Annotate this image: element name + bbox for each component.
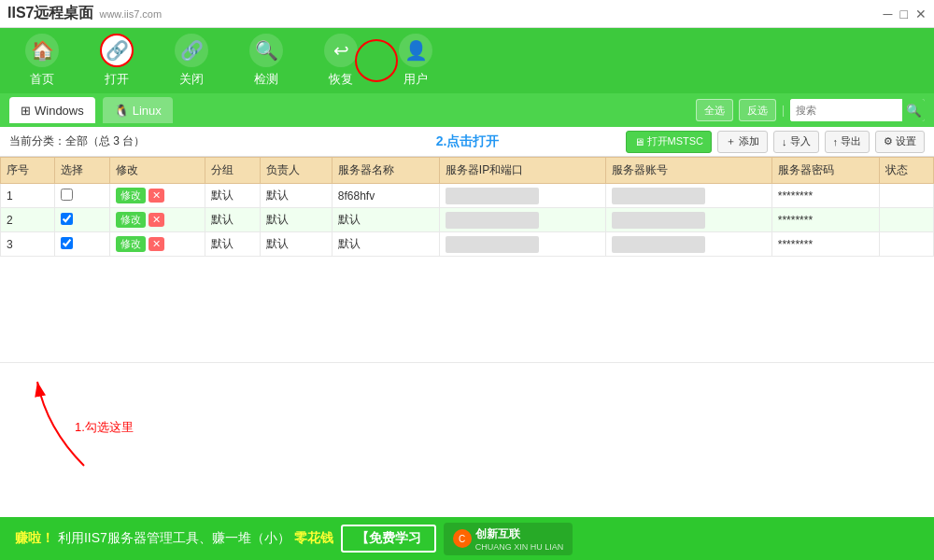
search-button[interactable]: 🔍: [902, 99, 925, 121]
col-edit: 修改: [109, 158, 205, 184]
nav-label-detect: 检测: [254, 71, 278, 88]
select-all-button[interactable]: 全选: [696, 99, 733, 121]
app-subtitle: www.iis7.com: [99, 8, 162, 20]
edit-button[interactable]: 修改: [116, 188, 146, 203]
table-container: 序号 选择 修改 分组 负责人 服务器名称 服务器IP和端口 服务器账号 服务器…: [0, 157, 934, 362]
app-title: IIS7远程桌面: [7, 4, 93, 23]
hint-text: 2.点击打开: [318, 133, 618, 150]
server-table: 序号 选择 修改 分组 负责人 服务器名称 服务器IP和端口 服务器账号 服务器…: [0, 157, 934, 257]
titlebar: IIS7远程桌面 www.iis7.com ─ □ ✕: [0, 0, 934, 28]
col-select: 选择: [55, 158, 109, 184]
col-owner: 负责人: [260, 158, 332, 184]
cell-name: 默认: [332, 208, 439, 232]
mstsc-icon: 🖥: [634, 136, 644, 147]
cell-password: ********: [771, 184, 879, 208]
col-ip: 服务器IP和端口: [439, 158, 605, 184]
close-button[interactable]: ✕: [915, 7, 927, 21]
nav-item-user[interactable]: 👤 用户: [392, 34, 439, 88]
cell-edit: 修改 ✕: [109, 232, 205, 257]
cell-account: [605, 208, 771, 232]
subtoolbar: 当前分类：全部（总 3 台） 2.点击打开 🖥 打开MSTSC ＋ 添加 ↓ 导…: [0, 127, 934, 157]
tab-windows[interactable]: ⊞ Windows: [9, 97, 95, 123]
nav-item-close[interactable]: 🔗 关闭: [168, 34, 215, 88]
windows-icon: ⊞: [21, 104, 31, 118]
cell-account: [605, 232, 771, 257]
invert-button[interactable]: 反选: [739, 99, 776, 121]
free-learn-button[interactable]: 【免费学习: [341, 525, 436, 553]
import-button[interactable]: ↓ 导入: [773, 131, 819, 153]
nav-label-open: 打开: [105, 71, 129, 88]
nav-label-home: 首页: [30, 71, 54, 88]
annotation-text: 1.勾选这里: [75, 419, 134, 493]
subtoolbar-left: 当前分类：全部（总 3 台）: [9, 133, 310, 149]
cell-seq: 2: [1, 208, 55, 232]
ad-body: 利用IIS7服务器管理工具、赚一堆（小）: [58, 530, 290, 545]
cell-status: [879, 184, 933, 208]
delete-button[interactable]: ✕: [149, 189, 164, 203]
restore-icon: ↩: [324, 34, 358, 67]
titlebar-controls: ─ □ ✕: [884, 7, 927, 21]
brand-sub: CHUANG XIN HU LIAN: [475, 542, 564, 552]
cell-checkbox[interactable]: [55, 232, 109, 257]
add-icon: ＋: [726, 134, 736, 148]
cell-edit: 修改 ✕: [109, 184, 205, 208]
cell-checkbox[interactable]: [55, 184, 109, 208]
cell-group: 默认: [205, 184, 260, 208]
open-mstsc-button[interactable]: 🖥 打开MSTSC: [626, 131, 713, 153]
nav-label-user: 用户: [403, 71, 428, 88]
separator: |: [782, 104, 785, 117]
bottombar: 赚啦！ 利用IIS7服务器管理工具、赚一堆（小） 零花钱 【免费学习 C 创新互…: [0, 517, 934, 560]
cell-password: ********: [771, 208, 879, 232]
detect-icon: 🔍: [249, 34, 283, 67]
ad-text: 赚啦！ 利用IIS7服务器管理工具、赚一堆（小） 零花钱: [15, 530, 333, 547]
linux-icon: 🐧: [114, 104, 129, 118]
cell-name: 8f68hfv: [332, 184, 439, 208]
minimize-button[interactable]: ─: [884, 7, 893, 21]
nav-item-home[interactable]: 🏠 首页: [19, 34, 65, 88]
cell-owner: 默认: [260, 232, 332, 257]
row-checkbox[interactable]: [61, 237, 73, 249]
cell-checkbox[interactable]: [55, 208, 109, 232]
import-icon: ↓: [782, 136, 787, 147]
row-checkbox[interactable]: [61, 189, 73, 201]
edit-button[interactable]: 修改: [116, 236, 146, 252]
cell-status: [879, 208, 933, 232]
row-checkbox[interactable]: [61, 213, 73, 225]
add-button[interactable]: ＋ 添加: [717, 131, 768, 153]
nav-item-restore[interactable]: ↩ 恢复: [318, 34, 364, 88]
cell-password: ********: [771, 232, 879, 257]
maximize-button[interactable]: □: [900, 7, 908, 21]
col-password: 服务器密码: [771, 158, 879, 184]
tab-linux[interactable]: 🐧 Linux: [103, 97, 173, 123]
cell-group: 默认: [205, 208, 260, 232]
export-button[interactable]: ↑ 导出: [825, 131, 870, 153]
open-icon: 🔗: [100, 34, 134, 67]
export-icon: ↑: [833, 136, 839, 147]
cell-ip: [439, 232, 605, 257]
brand-text: 创新互联 CHUANG XIN HU LIAN: [475, 526, 564, 552]
table-row: 3 修改 ✕ 默认 默认 默认 ********: [1, 232, 934, 257]
edit-button[interactable]: 修改: [116, 212, 146, 228]
toolbar: ⊞ Windows 🐧 Linux 全选 反选 | 🔍: [0, 93, 934, 127]
current-category: 当前分类：全部（总 3 台）: [9, 133, 145, 149]
ad-highlight: 零花钱: [294, 530, 333, 545]
brand-icon: C: [453, 529, 472, 548]
settings-button[interactable]: ⚙ 设置: [875, 131, 925, 153]
cell-status: [879, 232, 933, 257]
nav-item-open[interactable]: 🔗 打开: [93, 34, 140, 88]
user-icon: 👤: [399, 34, 432, 67]
nav-item-detect[interactable]: 🔍 检测: [243, 34, 290, 88]
ad-exclaim: 赚啦！: [15, 530, 54, 545]
settings-icon: ⚙: [884, 135, 893, 147]
nav-label-close: 关闭: [179, 71, 204, 88]
delete-button[interactable]: ✕: [149, 213, 164, 227]
cell-ip: [439, 208, 605, 232]
col-status: 状态: [879, 158, 933, 184]
col-name: 服务器名称: [332, 158, 439, 184]
cell-name: 默认: [332, 232, 439, 257]
delete-button[interactable]: ✕: [149, 237, 164, 251]
table-row: 1 修改 ✕ 默认 默认 8f68hfv ********: [1, 184, 934, 208]
search-input[interactable]: [790, 99, 902, 121]
col-seq: 序号: [1, 158, 55, 184]
cell-account: [605, 184, 771, 208]
